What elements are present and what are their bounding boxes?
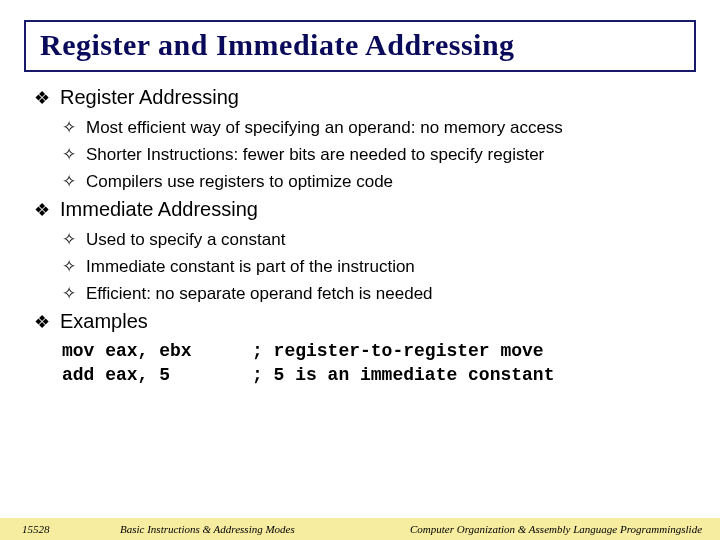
plus-icon: ✧ bbox=[62, 256, 76, 277]
list-item: ✧Immediate constant is part of the instr… bbox=[62, 256, 686, 277]
list-item: ✧Efficient: no separate operand fetch is… bbox=[62, 283, 686, 304]
code-instruction: mov eax, ebx bbox=[62, 341, 252, 361]
page-title: Register and Immediate Addressing bbox=[40, 28, 680, 62]
item-text: Shorter Instructions: fewer bits are nee… bbox=[86, 145, 544, 165]
code-comment: ; register-to-register move bbox=[252, 341, 544, 361]
diamond-icon: ❖ bbox=[34, 87, 50, 109]
code-comment: ; 5 is an immediate constant bbox=[252, 365, 554, 385]
plus-icon: ✧ bbox=[62, 117, 76, 138]
diamond-icon: ❖ bbox=[34, 199, 50, 221]
plus-icon: ✧ bbox=[62, 144, 76, 165]
footer-center: Basic Instructions & Addressing Modes bbox=[120, 523, 400, 535]
plus-icon: ✧ bbox=[62, 171, 76, 192]
code-row: add eax, 5 ; 5 is an immediate constant bbox=[62, 365, 686, 385]
plus-icon: ✧ bbox=[62, 283, 76, 304]
heading-text: Immediate Addressing bbox=[60, 198, 258, 221]
footer: 15528 Basic Instructions & Addressing Mo… bbox=[0, 518, 720, 540]
list-item: ✧Most efficient way of specifying an ope… bbox=[62, 117, 686, 138]
heading-text: Examples bbox=[60, 310, 148, 333]
item-text: Immediate constant is part of the instru… bbox=[86, 257, 415, 277]
code-instruction: add eax, 5 bbox=[62, 365, 252, 385]
content: ❖ Register Addressing ✧Most efficient wa… bbox=[0, 86, 720, 385]
list-item: ✧Used to specify a constant bbox=[62, 229, 686, 250]
item-text: Used to specify a constant bbox=[86, 230, 285, 250]
section-heading-immediate: ❖ Immediate Addressing bbox=[34, 198, 686, 221]
plus-icon: ✧ bbox=[62, 229, 76, 250]
footer-right: Computer Organization & Assembly Languag… bbox=[400, 523, 720, 535]
diamond-icon: ❖ bbox=[34, 311, 50, 333]
code-row: mov eax, ebx ; register-to-register move bbox=[62, 341, 686, 361]
list-item: ✧Shorter Instructions: fewer bits are ne… bbox=[62, 144, 686, 165]
title-box: Register and Immediate Addressing bbox=[24, 20, 696, 72]
section-heading-examples: ❖ Examples bbox=[34, 310, 686, 333]
heading-text: Register Addressing bbox=[60, 86, 239, 109]
item-text: Most efficient way of specifying an oper… bbox=[86, 118, 563, 138]
item-text: Compilers use registers to optimize code bbox=[86, 172, 393, 192]
section-heading-register: ❖ Register Addressing bbox=[34, 86, 686, 109]
item-text: Efficient: no separate operand fetch is … bbox=[86, 284, 433, 304]
footer-left: 15528 bbox=[0, 523, 120, 535]
list-item: ✧Compilers use registers to optimize cod… bbox=[62, 171, 686, 192]
